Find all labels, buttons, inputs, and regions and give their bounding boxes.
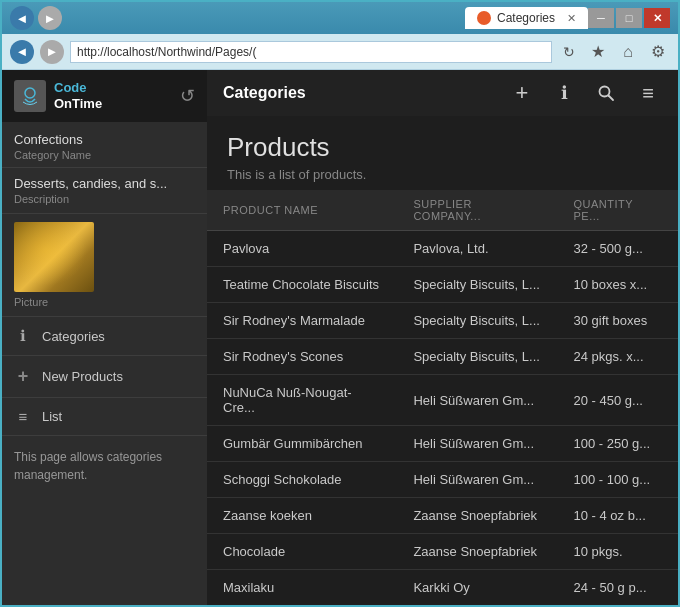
table-row[interactable]: Sir Rodney's SconesSpecialty Biscuits, L… [207, 339, 678, 375]
nav-back-button[interactable]: ◄ [10, 40, 34, 64]
tab-favicon [477, 11, 491, 25]
cell-supplier: Zaanse Snoepfabriek [397, 534, 557, 570]
svg-point-0 [25, 88, 35, 98]
page-subtitle: This is a list of products. [227, 167, 658, 182]
cell-supplier: Heli Süßwaren Gm... [397, 462, 557, 498]
svg-line-2 [609, 96, 614, 101]
description-label: Description [14, 193, 195, 205]
sidebar-item-categories[interactable]: ℹ Categories [2, 317, 207, 356]
top-bar: Categories + ℹ ≡ [207, 70, 678, 116]
cell-supplier: Specialty Biscuits, L... [397, 303, 557, 339]
close-button[interactable]: ✕ [644, 8, 670, 28]
logo-icon [14, 80, 46, 112]
favorites-button[interactable]: ★ [586, 40, 610, 64]
content-area: Products This is a list of products. PRO… [207, 116, 678, 605]
list-icon: ≡ [14, 408, 32, 425]
table-row[interactable]: ChocoladeZaanse Snoepfabriek10 pkgs. [207, 534, 678, 570]
sidebar-item-list-label: List [42, 409, 62, 424]
cell-product_name: NuNuCa Nuß-Nougat-Cre... [207, 375, 397, 426]
cell-product_name: Sir Rodney's Scones [207, 339, 397, 375]
sidebar-category-section: Confections Category Name [2, 122, 207, 168]
cell-quantity: 24 - 50 g p... [558, 570, 679, 606]
col-supplier: SUPPLIER COMPANY... [397, 190, 557, 231]
search-button[interactable] [592, 79, 620, 107]
cell-product_name: Gumbär Gummibärchen [207, 426, 397, 462]
minimize-button[interactable]: ─ [588, 8, 614, 28]
table-row[interactable]: Sir Rodney's MarmaladeSpecialty Biscuits… [207, 303, 678, 339]
settings-button[interactable]: ⚙ [646, 40, 670, 64]
maximize-button[interactable]: □ [616, 8, 642, 28]
table-row[interactable]: Zaanse koekenZaanse Snoepfabriek10 - 4 o… [207, 498, 678, 534]
sidebar-item-categories-label: Categories [42, 329, 105, 344]
add-button[interactable]: + [508, 79, 536, 107]
top-bar-actions: + ℹ ≡ [508, 79, 662, 107]
cell-supplier: Pavlova, Ltd. [397, 231, 557, 267]
app-window: ◄ ► Categories ✕ ─ □ ✕ ◄ ► ↻ ★ ⌂ ⚙ [0, 0, 680, 607]
picture-label: Picture [14, 296, 195, 308]
browser-tab[interactable]: Categories ✕ [465, 7, 588, 29]
cell-product_name: Teatime Chocolate Biscuits [207, 267, 397, 303]
cell-quantity: 10 pkgs. [558, 534, 679, 570]
titlebar: ◄ ► Categories ✕ ─ □ ✕ [2, 2, 678, 34]
plus-icon: + [14, 366, 32, 387]
sidebar-item-new-products-label: New Products [42, 369, 123, 384]
sidebar-info-text: This page allows categories management. [2, 436, 207, 496]
products-table: PRODUCT NAME SUPPLIER COMPANY... QUANTIT… [207, 190, 678, 605]
category-image [14, 222, 94, 292]
back-button[interactable]: ◄ [10, 6, 34, 30]
sidebar: CodeOnTime ↺ Confections Category Name D… [2, 70, 207, 605]
info-button[interactable]: ℹ [550, 79, 578, 107]
cell-product_name: Sir Rodney's Marmalade [207, 303, 397, 339]
cell-quantity: 100 - 100 g... [558, 462, 679, 498]
cell-quantity: 10 boxes x... [558, 267, 679, 303]
top-bar-title: Categories [223, 84, 508, 102]
table-row[interactable]: PavlovaPavlova, Ltd.32 - 500 g... [207, 231, 678, 267]
category-name-value: Confections [14, 132, 195, 147]
page-header: Products This is a list of products. [207, 116, 678, 190]
sidebar-item-new-products[interactable]: + New Products [2, 356, 207, 398]
address-input[interactable] [70, 41, 552, 63]
cell-product_name: Chocolade [207, 534, 397, 570]
sidebar-item-list[interactable]: ≡ List [2, 398, 207, 436]
main-content: Categories + ℹ ≡ Products [207, 70, 678, 605]
window-controls: ─ □ ✕ [588, 8, 670, 28]
tab-title: Categories [497, 11, 555, 25]
cell-supplier: Specialty Biscuits, L... [397, 339, 557, 375]
table-row[interactable]: MaxilakuKarkki Oy24 - 50 g p... [207, 570, 678, 606]
home-button[interactable]: ⌂ [616, 40, 640, 64]
table-row[interactable]: Schoggi SchokoladeHeli Süßwaren Gm...100… [207, 462, 678, 498]
cell-quantity: 100 - 250 g... [558, 426, 679, 462]
cell-quantity: 20 - 450 g... [558, 375, 679, 426]
sidebar-description-section: Desserts, candies, and s... Description [2, 168, 207, 214]
menu-button[interactable]: ≡ [634, 79, 662, 107]
cell-quantity: 30 gift boxes [558, 303, 679, 339]
cell-quantity: 24 pkgs. x... [558, 339, 679, 375]
sidebar-image-section: Picture [2, 214, 207, 317]
cell-quantity: 10 - 4 oz b... [558, 498, 679, 534]
nav-forward-button[interactable]: ► [40, 40, 64, 64]
col-quantity: QUANTITY PE... [558, 190, 679, 231]
cell-quantity: 32 - 500 g... [558, 231, 679, 267]
app-body: CodeOnTime ↺ Confections Category Name D… [2, 70, 678, 605]
page-title: Products [227, 132, 658, 163]
refresh-button[interactable]: ↻ [558, 41, 580, 63]
cell-supplier: Heli Süßwaren Gm... [397, 426, 557, 462]
logo-text: CodeOnTime [54, 80, 102, 111]
table-row[interactable]: Teatime Chocolate BiscuitsSpecialty Bisc… [207, 267, 678, 303]
sidebar-refresh-icon[interactable]: ↺ [180, 85, 195, 107]
cell-supplier: Karkki Oy [397, 570, 557, 606]
table-row[interactable]: Gumbär GummibärchenHeli Süßwaren Gm...10… [207, 426, 678, 462]
description-value: Desserts, candies, and s... [14, 176, 195, 191]
table-header-row: PRODUCT NAME SUPPLIER COMPANY... QUANTIT… [207, 190, 678, 231]
col-product-name: PRODUCT NAME [207, 190, 397, 231]
cell-supplier: Heli Süßwaren Gm... [397, 375, 557, 426]
cell-product_name: Zaanse koeken [207, 498, 397, 534]
category-name-label: Category Name [14, 149, 195, 161]
cell-supplier: Specialty Biscuits, L... [397, 267, 557, 303]
info-icon: ℹ [14, 327, 32, 345]
table-row[interactable]: NuNuCa Nuß-Nougat-Cre...Heli Süßwaren Gm… [207, 375, 678, 426]
cell-supplier: Zaanse Snoepfabriek [397, 498, 557, 534]
forward-button[interactable]: ► [38, 6, 62, 30]
cell-product_name: Pavlova [207, 231, 397, 267]
tab-close-icon[interactable]: ✕ [567, 12, 576, 25]
